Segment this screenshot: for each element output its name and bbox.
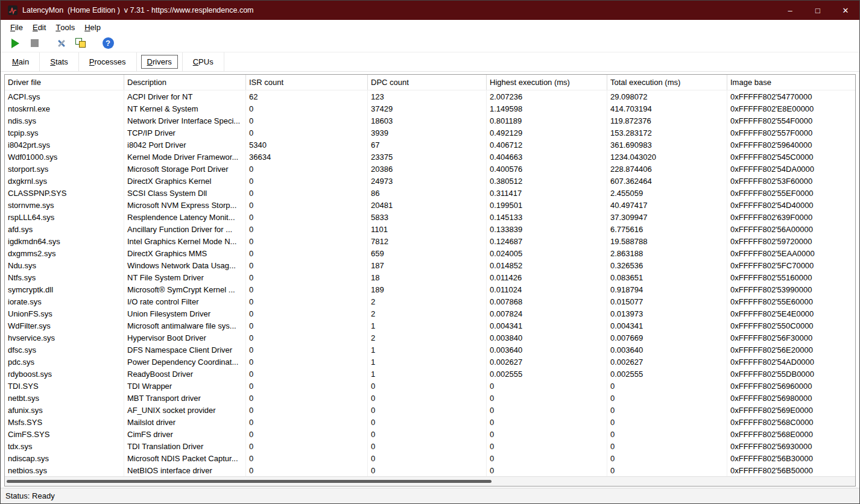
tab-stats[interactable]: Stats [40,52,79,71]
table-cell: afunix.sys [5,404,124,416]
table-cell: 0 [246,464,368,476]
table-row[interactable]: iorate.sysI/O rate control Filter020.007… [5,295,855,307]
table-row[interactable]: storport.sysMicrosoft Storage Port Drive… [5,163,855,175]
table-row[interactable]: hvservice.sysHypervisor Boot Driver020.0… [5,332,855,344]
copy-icon-front [79,41,86,48]
column-header[interactable]: Driver file [5,75,124,90]
horizontal-scrollbar[interactable] [5,476,855,486]
table-cell: 2 [368,332,487,344]
table-row[interactable]: netbios.sysNetBIOS interface driver00000… [5,464,855,476]
table-cell: 0.002555 [487,368,607,380]
table-cell: 0xFFFFF802'568E0000 [727,428,855,440]
tab-hotkey: P [89,57,95,66]
table-cell: i8042prt.sys [5,139,124,151]
table-cell: i8042 Port Driver [124,139,246,151]
table-row[interactable]: CLASSPNP.SYSSCSI Class System Dll0860.31… [5,187,855,199]
table-cell: 29.098072 [607,90,727,102]
table-cell: 0.014852 [487,259,607,271]
table-row[interactable]: CimFS.SYSCimFS driver00000xFFFFF802'568E… [5,428,855,440]
menu-bar: FileEditToolsHelp [1,20,859,34]
table-row[interactable]: rdyboost.sysReadyBoost Driver010.0025550… [5,368,855,380]
table-cell: 0.124687 [487,235,607,247]
column-header[interactable]: ISR count [246,75,368,90]
title-bar[interactable]: LatencyMon (Home Edition ) v 7.31 - http… [1,1,859,20]
table-row[interactable]: TDI.SYSTDI Wrapper00000xFFFFF802'5696000… [5,380,855,392]
horizontal-scrollbar-thumb[interactable] [7,480,492,483]
table-row[interactable]: afunix.sysAF_UNIX socket provider00000xF… [5,404,855,416]
table-row[interactable]: i8042prt.sysi8042 Port Driver5340670.406… [5,139,855,151]
menu-item-edit[interactable]: Edit [28,20,51,34]
table-cell: TDI Translation Driver [124,440,246,452]
table-cell: dxgmms2.sys [5,247,124,259]
tab-cpus[interactable]: CPUs [183,52,224,71]
table-cell: 0 [607,440,727,452]
table-cell: Resplendence Latency Monit... [124,211,246,223]
table-cell: 37.309947 [607,211,727,223]
table-cell: dxgkrnl.sys [5,175,124,187]
table-row[interactable]: Msfs.SYSMailslot driver00000xFFFFF802'56… [5,416,855,428]
table-row[interactable]: tdx.sysTDI Translation Driver00000xFFFFF… [5,440,855,452]
column-header[interactable]: DPC count [368,75,487,90]
table-row[interactable]: rspLLL64.sysResplendence Latency Monit..… [5,211,855,223]
column-header[interactable]: Image base [727,75,855,90]
table-row[interactable]: UnionFS.sysUnion Filesystem Driver020.00… [5,307,855,320]
start-monitor-button[interactable] [7,36,24,51]
table-cell: 0.002555 [607,368,727,380]
table-row[interactable]: tcpip.sysTCP/IP Driver039390.492129153.2… [5,127,855,139]
table-row[interactable]: ndiscap.sysMicrosoft NDIS Packet Captur.… [5,452,855,464]
tab-main[interactable]: Main [2,52,40,71]
table-cell: pdc.sys [5,356,124,368]
stop-monitor-button[interactable] [26,36,43,51]
table-cell: igdkmdn64.sys [5,235,124,247]
toolbar-separator [92,34,97,52]
tab-hotkey: C [193,57,198,66]
table-cell: 0 [368,404,487,416]
minimize-button[interactable]: – [776,1,804,20]
table-cell: 18603 [368,115,487,127]
table-row[interactable]: ndis.sysNetwork Driver Interface Speci..… [5,115,855,127]
table-row[interactable]: Ndu.sysWindows Network Data Usag...01870… [5,259,855,271]
table-cell: 189 [368,283,487,295]
table-row[interactable]: stornvme.sysMicrosoft NVM Express Storp.… [5,199,855,211]
table-cell: WdFilter.sys [5,320,124,332]
menu-item-tools[interactable]: Tools [51,20,80,34]
table-cell: TCP/IP Driver [124,127,246,139]
table-row[interactable]: dfsc.sysDFS Namespace Client Driver010.0… [5,344,855,356]
menu-item-help[interactable]: Help [80,20,106,34]
table-cell: 0.004341 [607,320,727,332]
table-row[interactable]: dxgkrnl.sysDirectX Graphics Kernel024973… [5,175,855,187]
column-header[interactable]: Description [124,75,246,90]
table-cell: 0.011024 [487,283,607,295]
table-row[interactable]: Ntfs.sysNT File System Driver0180.011426… [5,271,855,283]
options-button[interactable] [53,36,70,51]
table-row[interactable]: netbt.sysMBT Transport driver00000xFFFFF… [5,392,855,404]
table-cell: 0xFFFFF802'557F0000 [727,127,855,139]
table-row[interactable]: ntoskrnl.exeNT Kernel & System0374291.14… [5,102,855,115]
close-button[interactable]: ✕ [832,1,859,20]
table-cell: I/O rate control Filter [124,295,246,307]
table-cell: TDI.SYS [5,380,124,392]
menu-item-file[interactable]: File [5,20,28,34]
table-row[interactable]: igdkmdn64.sysIntel Graphics Kernel Mode … [5,235,855,247]
window-title: LatencyMon (Home Edition ) v 7.31 - http… [22,6,254,14]
column-header[interactable]: Highest execution (ms) [487,75,607,90]
table-row[interactable]: symcryptk.dllMicrosoft® SymCrypt Kernel … [5,283,855,295]
table-cell: 0.007868 [487,295,607,307]
table-row[interactable]: afd.sysAncillary Function Driver for ...… [5,223,855,235]
table-row[interactable]: WdFilter.sysMicrosoft antimalware file s… [5,320,855,332]
tab-drivers[interactable]: Drivers [137,52,183,71]
table-row[interactable]: pdc.sysPower Dependency Coordinat...010.… [5,356,855,368]
copy-report-button[interactable] [72,36,89,51]
table-row[interactable]: dxgmms2.sysDirectX Graphics MMS06590.024… [5,247,855,259]
table-cell: 18 [368,271,487,283]
table-row[interactable]: ACPI.sysACPI Driver for NT621232.0072362… [5,90,855,102]
table-row[interactable]: Wdf01000.sysKernel Mode Driver Framewor.… [5,151,855,163]
menu-item-label: elp [90,23,101,32]
help-button[interactable]: ? [100,36,116,51]
column-header[interactable]: Total execution (ms) [607,75,727,90]
table-cell: 0 [246,392,368,404]
tab-processes[interactable]: Processes [79,52,137,71]
table-cell: 0.083651 [607,271,727,283]
table-cell: 0xFFFFF802'54770000 [727,90,855,102]
maximize-button[interactable]: □ [804,1,832,20]
